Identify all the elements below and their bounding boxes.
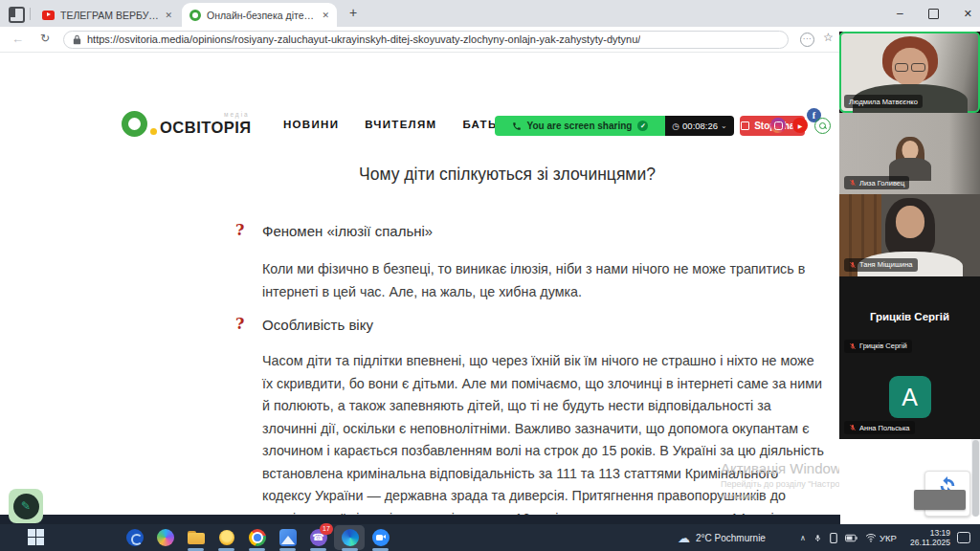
participant-tile[interactable]: Грицків Сергій Грицків Сергій xyxy=(839,276,980,358)
running-indicator xyxy=(279,548,296,551)
tray-date: 26.11.2025 xyxy=(910,538,950,548)
close-button[interactable]: ✕ xyxy=(964,8,972,20)
search-icon[interactable] xyxy=(814,118,831,134)
tab-telegram-article[interactable]: ТЕЛЕГРАМ ВЕРБУЄ НАШИХ ДІТЕ ✕ xyxy=(34,3,180,27)
screen: ТЕЛЕГРАМ ВЕРБУЄ НАШИХ ДІТЕ ✕ Онлайн-безп… xyxy=(0,0,980,551)
new-tab-button[interactable]: + xyxy=(345,4,362,21)
running-indicator xyxy=(249,548,265,551)
file-explorer-icon[interactable] xyxy=(187,528,205,546)
clock-widget[interactable]: 13:19 26.11.2025 xyxy=(904,524,950,551)
start-button[interactable] xyxy=(27,528,45,546)
back-icon[interactable]: ← xyxy=(11,32,24,46)
zoom-app-icon[interactable] xyxy=(371,528,390,546)
annotation-pen-button[interactable]: ✎ xyxy=(9,489,43,523)
maximize-button[interactable] xyxy=(928,9,939,19)
photos-icon[interactable] xyxy=(278,528,297,546)
watermark-line: Windows. xyxy=(721,492,839,501)
tab-close-icon[interactable]: ✕ xyxy=(165,11,172,20)
section-paragraph: Часом діти та підлітки впевнені, що чере… xyxy=(262,350,825,530)
watermark-line: Перейдіть до розділу "Настройки", щоб ак… xyxy=(721,479,839,489)
youtube-icon[interactable]: ▶ xyxy=(792,118,808,133)
tray-time: 13:19 xyxy=(930,528,950,539)
section-heading: Особливість віку xyxy=(262,317,373,333)
wifi-icon[interactable] xyxy=(865,533,877,542)
watermark-title: Активація Windows xyxy=(721,460,839,476)
instagram-icon[interactable] xyxy=(770,118,786,133)
windows-activation-watermark: Активація Windows Перейдіть до розділу "… xyxy=(721,460,839,501)
page-bottom-strip xyxy=(0,515,840,524)
tooltip-box xyxy=(914,490,966,510)
bookmark-star-icon[interactable]: ☆ xyxy=(823,31,834,44)
cloud-icon: ☁ xyxy=(678,531,690,545)
logo-text: ОСВІТОРІЯмедіа xyxy=(160,119,252,137)
question-mark-icon: ? xyxy=(235,221,255,239)
avatar: A xyxy=(889,377,931,419)
running-indicator xyxy=(372,548,389,551)
participant-name-label: Людмила Матвєєнко xyxy=(844,95,923,108)
edge-icon[interactable] xyxy=(341,528,359,546)
glasses xyxy=(895,63,925,72)
osvitoria-logo[interactable]: ОСВІТОРІЯмедіа xyxy=(122,111,252,137)
participant-name-label: Грицків Сергій xyxy=(844,340,912,353)
nav-item-teachers[interactable]: ВЧИТЕЛЯМ xyxy=(365,119,436,130)
section-paragraph: Коли ми фізично в безпеці, то виникає іл… xyxy=(262,258,825,303)
screen-sharing-banner: You are screen sharing ✓ xyxy=(495,116,665,136)
clock-icon: ◷ xyxy=(672,121,679,131)
participant-tile[interactable]: Таня Міщишина xyxy=(839,194,980,276)
participant-name-label: Анна Польська xyxy=(844,421,915,434)
tab-search-icon[interactable] xyxy=(9,7,25,23)
section-heading: Феномен «ілюзії спальні» xyxy=(262,223,433,239)
window-controls: – ✕ xyxy=(897,0,972,27)
running-indicator xyxy=(218,548,234,551)
tray-chevron-icon[interactable]: ∧ xyxy=(800,534,806,542)
pencil-icon: ✎ xyxy=(13,494,39,519)
share-timer-value: 00:08:26 xyxy=(682,121,718,131)
lock-icon xyxy=(73,34,81,45)
microphone-icon[interactable] xyxy=(813,533,822,543)
tab-separator xyxy=(30,8,31,20)
webpage: ОСВІТОРІЯмедіа НОВИНИ ВЧИТЕЛЯМ БАТЬКАМ Y… xyxy=(0,53,980,524)
shield-check-icon: ✓ xyxy=(637,121,648,131)
participant-tile[interactable]: A Анна Польська xyxy=(839,358,980,439)
viber-icon[interactable]: ☎ 17 xyxy=(309,528,327,546)
tab-online-safety[interactable]: Онлайн-безпека дітей під час в ✕ xyxy=(182,3,337,27)
participant-tile[interactable]: Лиза Голивец xyxy=(839,113,980,194)
participant-tile[interactable]: Людмила Матвєєнко xyxy=(839,32,980,113)
osvitoria-favicon xyxy=(189,10,201,21)
running-indicator xyxy=(342,548,358,551)
youtube-favicon xyxy=(42,11,55,20)
url-text: https://osvitoria.media/opinions/rosiyan… xyxy=(87,33,640,45)
mic-off-icon xyxy=(849,179,857,187)
scrollbar-thumb[interactable] xyxy=(972,440,979,517)
address-bar[interactable]: https://osvitoria.media/opinions/rosiyan… xyxy=(63,31,789,49)
battery-icon[interactable] xyxy=(845,534,858,542)
chrome-icon[interactable] xyxy=(248,528,266,546)
tab-title: Онлайн-безпека дітей під час в xyxy=(207,10,316,21)
lamp-icon[interactable] xyxy=(217,528,235,546)
mic-off-icon xyxy=(849,261,857,269)
running-indicator xyxy=(188,548,204,551)
share-timer-dropdown[interactable]: ◷ 00:08:26 ⌄ xyxy=(665,116,734,136)
weather-text: 2°C Pochmurnie xyxy=(696,533,766,543)
browser-tabstrip: ТЕЛЕГРАМ ВЕРБУЄ НАШИХ ДІТЕ ✕ Онлайн-безп… xyxy=(0,0,980,27)
stop-icon xyxy=(741,121,749,130)
page-actions-icon[interactable]: ··· xyxy=(800,33,814,47)
mic-off-icon xyxy=(849,424,857,431)
tab-title: ТЕЛЕГРАМ ВЕРБУЄ НАШИХ ДІТЕ xyxy=(60,10,159,21)
refresh-icon[interactable]: ↻ xyxy=(40,32,50,45)
notification-center-icon[interactable] xyxy=(957,524,970,551)
teams-icon[interactable] xyxy=(125,528,144,546)
participant-name-label: Таня Міщишина xyxy=(844,258,918,272)
weather-widget[interactable]: ☁ 2°C Pochmurnie xyxy=(678,524,766,551)
logo-dot-icon xyxy=(150,128,157,135)
copilot-icon[interactable] xyxy=(156,528,174,546)
language-indicator[interactable]: УКР xyxy=(880,524,897,551)
logo-o-icon xyxy=(122,111,147,137)
phone-tray-icon[interactable] xyxy=(830,533,837,543)
logo-subtitle: медіа xyxy=(224,111,250,118)
share-message: You are screen sharing xyxy=(527,121,633,131)
minimize-button[interactable]: – xyxy=(897,7,903,20)
nav-item-news[interactable]: НОВИНИ xyxy=(283,119,339,130)
participant-name-label: Лиза Голивец xyxy=(844,176,909,189)
tab-close-icon[interactable]: ✕ xyxy=(322,11,329,20)
